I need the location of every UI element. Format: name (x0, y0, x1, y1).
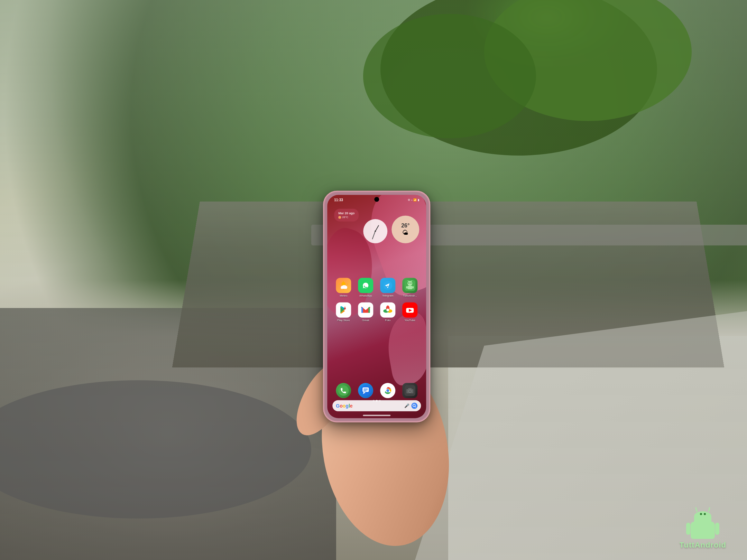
svg-rect-21 (341, 287, 347, 289)
weather-temp-small: 26°C (342, 216, 348, 219)
microphone-icon[interactable]: 🎤 (404, 403, 409, 408)
whatsapp-label: WhatsApp (359, 294, 372, 297)
chrome-icon (380, 383, 395, 398)
camera-cutout (374, 197, 379, 202)
svg-point-25 (407, 281, 412, 286)
android-eye-right (704, 513, 706, 515)
android-robot-logo (685, 511, 720, 539)
google-g3: o (343, 403, 346, 409)
phone-frame: 11:33 ⚙ • 📶 ▮ Mar 20 ago (323, 191, 430, 422)
phone-app-icon (336, 383, 351, 398)
app-telegram[interactable]: Telegram (378, 278, 397, 297)
svg-rect-30 (407, 286, 412, 289)
lens-icon[interactable] (411, 403, 417, 409)
status-bar: 11:33 ⚙ • 📶 ▮ (327, 195, 426, 205)
google-g6: e (350, 403, 353, 409)
svg-point-27 (411, 282, 412, 283)
settings-icon: ⚙ (408, 198, 410, 201)
dock-phone[interactable] (334, 383, 353, 399)
youtube-label: YouTube (405, 319, 415, 322)
phone-hand-container: 11:33 ⚙ • 📶 ▮ Mar 20 ago (323, 174, 430, 405)
google-logo: Google (336, 403, 352, 409)
meteo-label: Meteo (340, 294, 347, 297)
status-time: 11:33 (334, 198, 343, 202)
app-playstore[interactable]: Play Store (334, 302, 353, 322)
playstore-label: Play Store (337, 319, 350, 322)
sun-icon: 🌤 (402, 229, 408, 236)
phone-screen[interactable]: 11:33 ⚙ • 📶 ▮ Mar 20 ago (327, 195, 426, 418)
whatsapp-icon (358, 278, 373, 293)
tuttodroid-label: TuttoAndr... (403, 294, 417, 297)
nav-bar-indicator (363, 415, 390, 416)
google-g1: G (336, 403, 340, 409)
dot-icon1: • (411, 198, 412, 201)
foto-label: Foto (385, 319, 390, 322)
wifi-icon: 📶 (413, 198, 417, 201)
svg-rect-31 (406, 286, 407, 289)
app-youtube[interactable]: YouTube (400, 302, 419, 322)
youtube-icon (402, 302, 417, 318)
dock (327, 383, 426, 399)
date-weather-widget[interactable]: Mar 20 ago 26°C (334, 209, 359, 222)
battery-icon: ▮ (418, 198, 419, 201)
gmail-label: Gmail (362, 319, 369, 322)
tuttodroid-icon (402, 278, 417, 293)
phone-inner: 11:33 ⚙ • 📶 ▮ Mar 20 ago (324, 192, 429, 421)
weather-temp-widget[interactable]: 26° 🌤 (391, 216, 419, 243)
clock-center-dot (375, 231, 376, 232)
google-g4: g (345, 403, 349, 409)
svg-point-26 (408, 282, 409, 283)
svg-point-45 (338, 385, 349, 396)
playstore-icon (336, 302, 351, 318)
app-grid: Meteo WhatsApp (327, 278, 426, 327)
svg-point-58 (409, 391, 411, 392)
meteo-icon (336, 278, 351, 293)
android-arm-left (686, 523, 690, 535)
svg-line-60 (415, 406, 416, 407)
svg-point-41 (386, 309, 389, 311)
android-eye-left (700, 513, 702, 515)
tuttodroid-branding: TuttAndroid (680, 511, 726, 550)
date-display: Mar 20 ago (338, 212, 354, 215)
weather-row: 26°C (338, 216, 354, 219)
tuttodroid-logo-text: TuttAndroid (680, 541, 726, 550)
foto-icon (380, 302, 395, 318)
app-row-2: Play Store (332, 302, 421, 322)
dock-camera[interactable] (400, 383, 419, 399)
svg-point-54 (386, 389, 389, 392)
dock-chrome[interactable] (378, 383, 397, 399)
app-row-1: Meteo WhatsApp (332, 278, 421, 297)
telegram-label: Telegram (382, 294, 394, 297)
search-bar[interactable]: Google 🎤 (332, 400, 421, 411)
weather-dot-icon (338, 216, 341, 218)
android-head (694, 511, 711, 522)
app-meteo[interactable]: Meteo (334, 278, 353, 297)
telegram-icon (380, 278, 395, 293)
app-tuttodroid[interactable]: TuttoAndr... (400, 278, 419, 297)
messages-icon (358, 383, 373, 398)
gmail-icon (358, 302, 373, 318)
android-arm-right (715, 523, 719, 535)
status-icons: ⚙ • 📶 ▮ (408, 198, 419, 201)
clock-minute-hand (372, 231, 376, 240)
svg-rect-32 (412, 286, 414, 289)
app-gmail[interactable]: Gmail (356, 302, 375, 322)
temp-display: 26° (401, 223, 409, 228)
clock-widget[interactable] (363, 219, 387, 243)
widgets-area: Mar 20 ago 26°C 26° (331, 207, 423, 276)
dock-messages[interactable] (356, 383, 375, 399)
app-foto[interactable]: Foto (378, 302, 397, 322)
app-whatsapp[interactable]: WhatsApp (356, 278, 375, 297)
camera-icon (402, 383, 417, 398)
android-body (691, 522, 715, 539)
